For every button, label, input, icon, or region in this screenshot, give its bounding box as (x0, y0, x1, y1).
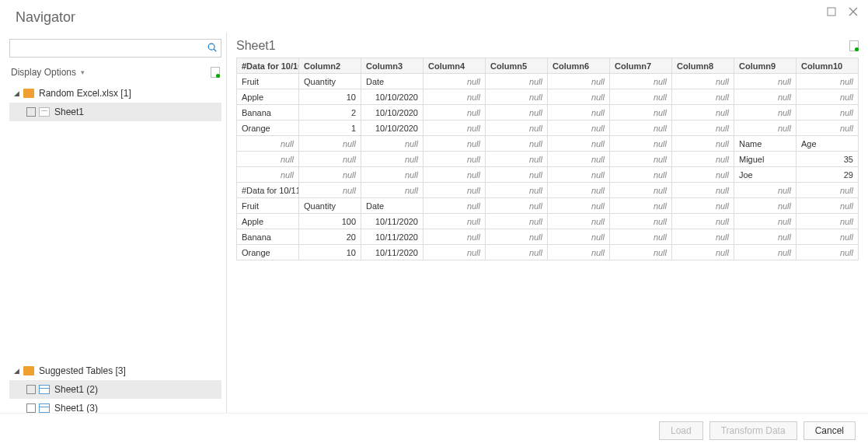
body: Display Options ▾ ◢ Random Excel.xlsx [1… (0, 33, 868, 447)
table-cell: null (237, 136, 299, 152)
table-row[interactable]: Banana210/10/2020nullnullnullnullnullnul… (237, 105, 859, 120)
tree-item-label: Sheet1 (53, 107, 218, 117)
table-cell: null (548, 105, 610, 120)
tree-table-node[interactable]: Sheet1 (2) (9, 380, 221, 399)
table-cell: Quantity (299, 74, 361, 89)
column-header[interactable]: Column5 (486, 58, 548, 74)
table-cell: 100 (299, 214, 361, 229)
table-cell: null (486, 214, 548, 229)
maximize-icon[interactable] (826, 6, 837, 17)
table-cell: Joe (734, 167, 797, 183)
checkbox[interactable] (26, 385, 36, 394)
table-cell: null (734, 74, 797, 89)
table-cell: null (672, 74, 734, 89)
tree-item-label: Sheet1 (2) (53, 384, 218, 395)
table-cell: null (672, 245, 734, 260)
tree-sheet-node[interactable]: Sheet1 (9, 103, 221, 121)
table-row[interactable]: #Data for 10/11/2020nullnullnullnullnull… (237, 183, 859, 198)
table-cell: Fruit (237, 74, 299, 89)
table-cell: null (486, 245, 548, 260)
table-row[interactable]: Apple1010/10/2020nullnullnullnullnullnul… (237, 89, 859, 105)
footer: Load Transform Data Cancel (0, 413, 868, 447)
window-title: Navigator (16, 5, 826, 26)
expander-icon[interactable]: ◢ (12, 89, 20, 97)
table-icon (39, 403, 50, 413)
table-row[interactable]: nullnullnullnullnullnullnullnullNameAge (237, 136, 859, 152)
column-header[interactable]: Column9 (734, 58, 797, 74)
column-header[interactable]: Column6 (548, 58, 610, 74)
load-button[interactable]: Load (659, 421, 703, 440)
table-cell: null (299, 152, 361, 167)
tree-suggested-node[interactable]: ◢ Suggested Tables [3] (9, 361, 221, 380)
navigator-window: Navigator Display Options ▾ (0, 0, 868, 447)
table-row[interactable]: FruitQuantityDatenullnullnullnullnullnul… (237, 74, 859, 89)
table-cell: null (672, 214, 734, 229)
table-cell: null (424, 74, 486, 89)
table-cell: null (424, 105, 486, 120)
table-cell: null (361, 136, 424, 152)
column-header[interactable]: #Data for 10/10/2020 (237, 58, 299, 74)
table-cell: null (486, 89, 548, 105)
column-header[interactable]: Column10 (797, 58, 859, 74)
folder-icon (23, 366, 34, 375)
table-cell: 20 (299, 229, 361, 245)
column-header[interactable]: Column8 (672, 58, 734, 74)
refresh-preview-icon[interactable] (211, 67, 220, 78)
table-row[interactable]: FruitQuantityDatenullnullnullnullnullnul… (237, 198, 859, 214)
table-cell: null (610, 105, 672, 120)
table-cell: Age (797, 136, 859, 152)
table-cell: null (734, 89, 797, 105)
tree-spacer (9, 126, 221, 361)
table-cell: null (361, 167, 424, 183)
table-cell: null (486, 74, 548, 89)
search-box[interactable] (9, 39, 221, 58)
table-cell: null (424, 120, 486, 136)
expander-icon[interactable]: ◢ (12, 367, 20, 375)
table-cell: null (797, 74, 859, 89)
table-cell: null (486, 229, 548, 245)
cancel-button[interactable]: Cancel (804, 421, 856, 440)
tree-file-children: Sheet1 (9, 103, 221, 121)
column-header[interactable]: Column3 (361, 58, 424, 74)
table-cell: 10/11/2020 (361, 229, 424, 245)
close-icon[interactable] (848, 6, 859, 17)
table-cell: null (548, 183, 610, 198)
table-cell: null (610, 167, 672, 183)
table-row[interactable]: nullnullnullnullnullnullnullnullJoe29 (237, 167, 859, 183)
table-cell: null (610, 245, 672, 260)
title-bar: Navigator (0, 0, 868, 33)
sheet-icon (39, 107, 50, 117)
table-cell: null (424, 89, 486, 105)
column-header[interactable]: Column4 (424, 58, 486, 74)
search-input[interactable] (13, 40, 207, 56)
column-header[interactable]: Column2 (299, 58, 361, 74)
preview-panel: Sheet1 #Data for 10/10/2020Column2Column… (227, 33, 868, 447)
checkbox[interactable] (26, 107, 36, 117)
table-cell: Date (361, 198, 424, 214)
table-cell: 10/11/2020 (361, 214, 424, 229)
table-row[interactable]: Banana2010/11/2020nullnullnullnullnullnu… (237, 229, 859, 245)
table-row[interactable]: Orange1010/11/2020nullnullnullnullnullnu… (237, 245, 859, 260)
transform-data-button[interactable]: Transform Data (709, 421, 797, 440)
checkbox[interactable] (26, 403, 36, 413)
table-cell: null (734, 120, 797, 136)
table-cell: null (734, 214, 797, 229)
table-cell: 2 (299, 105, 361, 120)
display-options-button[interactable]: Display Options ▾ (11, 67, 85, 78)
table-cell: Quantity (299, 198, 361, 214)
table-body: FruitQuantityDatenullnullnullnullnullnul… (237, 74, 859, 260)
table-cell: null (548, 120, 610, 136)
table-cell: null (424, 229, 486, 245)
column-header[interactable]: Column7 (610, 58, 672, 74)
table-cell: null (672, 136, 734, 152)
table-row[interactable]: nullnullnullnullnullnullnullnullMiguel35 (237, 152, 859, 167)
table-row[interactable]: Apple10010/11/2020nullnullnullnullnullnu… (237, 214, 859, 229)
tree-item-label: Sheet1 (3) (53, 403, 218, 414)
table-row[interactable]: Orange110/10/2020nullnullnullnullnullnul… (237, 120, 859, 136)
table-cell: null (424, 214, 486, 229)
table-cell: null (672, 152, 734, 167)
table-cell: null (548, 74, 610, 89)
tree-file-node[interactable]: ◢ Random Excel.xlsx [1] (9, 84, 221, 103)
table-cell: Banana (237, 229, 299, 245)
preview-options-icon[interactable] (849, 40, 859, 51)
